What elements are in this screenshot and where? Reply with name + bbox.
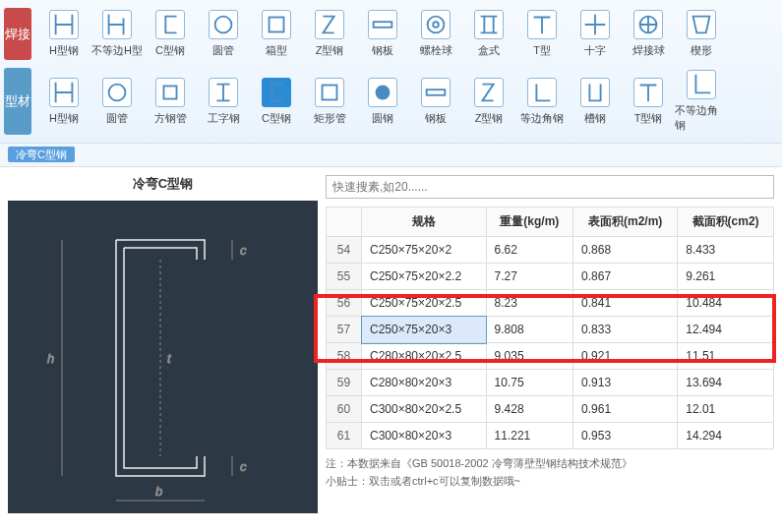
ribbon-item-r2-9[interactable]: 等边角钢: [515, 64, 569, 139]
cell-section: 12.494: [678, 317, 774, 343]
cell-spec[interactable]: C250×75×20×2.2: [362, 264, 487, 290]
cell-area: 0.913: [573, 370, 678, 396]
cell-weight: 6.62: [486, 237, 573, 264]
plate-icon: [421, 78, 451, 107]
ribbon-item-r1-1[interactable]: 不等边H型: [90, 4, 144, 64]
table-row[interactable]: 56 C250×75×20×2.5 8.23 0.841 10.484: [327, 290, 774, 317]
col-weight[interactable]: 重量(kg/m): [486, 207, 573, 237]
circle-icon: [209, 10, 238, 39]
col-area[interactable]: 表面积(m2/m): [573, 207, 678, 237]
cell-spec[interactable]: C280×80×20×2.5: [362, 343, 487, 370]
cell-area: 0.867: [573, 264, 678, 290]
ribbon-tab-weld[interactable]: 焊接: [4, 8, 31, 60]
ribbon-item-r2-11[interactable]: T型钢: [622, 64, 675, 139]
svg-point-3: [428, 17, 445, 33]
cell-section: 14.294: [678, 423, 774, 449]
search-input[interactable]: [326, 175, 774, 199]
cell-section: 11.51: [678, 343, 774, 370]
ribbon-item-r1-3[interactable]: 圆管: [197, 4, 250, 64]
ribbon-item-label: 工字钢: [208, 111, 240, 126]
ribbon-item-label: T型钢: [634, 111, 663, 126]
cell-spec[interactable]: C280×80×20×3: [362, 370, 487, 396]
row-number: 54: [327, 237, 362, 264]
table-row[interactable]: 58 C280×80×20×2.5 9.035 0.921 11.51: [327, 343, 774, 370]
ribbon-item-r2-6[interactable]: 圆钢: [356, 64, 409, 139]
cell-weight: 9.808: [486, 317, 573, 343]
ribbon-item-r2-10[interactable]: 槽钢: [569, 64, 622, 139]
rect-icon: [262, 10, 291, 39]
table-row[interactable]: 59 C280×80×20×3 10.75 0.913 13.694: [327, 370, 774, 396]
col-spec[interactable]: 规格: [362, 207, 487, 237]
ribbon-item-label: C型钢: [155, 43, 185, 58]
cell-area: 0.961: [573, 396, 678, 423]
ribbon-item-r1-12[interactable]: 楔形: [675, 4, 728, 64]
ribbon-item-r1-4[interactable]: 箱型: [250, 4, 303, 64]
ribbon-item-label: Z型钢: [316, 43, 344, 58]
ribbon-item-r2-1[interactable]: 圆管: [90, 64, 144, 139]
L-icon: [527, 78, 557, 107]
ribbon-item-label: 钢板: [372, 43, 393, 58]
H-icon: [49, 78, 79, 107]
data-table: 规格 重量(kg/m) 表面积(m2/m) 截面积(cm2) 54 C250×7…: [326, 207, 774, 449]
ribbon-item-label: 圆钢: [372, 111, 393, 126]
row-number: 57: [327, 317, 362, 343]
ribbon-item-label: H型钢: [49, 111, 79, 126]
row-number: 59: [327, 370, 362, 396]
sq-icon: [155, 78, 185, 107]
ribbon-item-r2-7[interactable]: 钢板: [409, 64, 462, 139]
cell-spec[interactable]: C300×80×20×2.5: [362, 396, 487, 423]
svg-text:b: b: [155, 484, 162, 499]
ribbon-item-r1-9[interactable]: T型: [515, 4, 569, 64]
cell-spec[interactable]: C250×75×20×3: [362, 317, 487, 343]
ribbon-item-r2-3[interactable]: 工字钢: [197, 64, 250, 139]
table-row[interactable]: 54 C250×75×20×2 6.62 0.868 8.433: [327, 237, 774, 264]
footer-notes: 注：本数据来自《GB 50018-2002 冷弯薄壁型钢结构技术规范》 小贴士：…: [326, 455, 774, 490]
col-section[interactable]: 截面积(cm2): [678, 207, 774, 237]
ribbon-item-r2-12[interactable]: 不等边角钢: [675, 64, 728, 139]
ribbon-item-label: 圆管: [106, 111, 128, 126]
ribbon-item-r1-8[interactable]: 盒式: [462, 4, 515, 64]
ribbon-item-r2-4[interactable]: C型钢: [250, 64, 303, 139]
circle-icon: [102, 78, 132, 107]
ribbon-item-r1-2[interactable]: C型钢: [144, 4, 197, 64]
row-number: 60: [327, 396, 362, 423]
ribbon-item-r1-6[interactable]: 钢板: [356, 4, 409, 64]
ribbon-item-label: 焊接球: [632, 43, 665, 58]
ribbon-item-r2-5[interactable]: 矩形管: [303, 64, 356, 139]
ribbon-item-label: 槽钢: [584, 111, 606, 126]
table-row[interactable]: 61 C300×80×20×3 11.221 0.953 14.294: [327, 423, 774, 449]
ribbon-item-r2-0[interactable]: H型钢: [37, 64, 90, 139]
svg-point-6: [109, 84, 126, 100]
svg-point-4: [433, 22, 439, 28]
C-icon: [262, 78, 291, 107]
cell-spec[interactable]: C250×75×20×2: [362, 237, 487, 264]
cell-area: 0.868: [573, 237, 678, 264]
cell-weight: 9.428: [486, 396, 573, 423]
ribbon-item-r1-5[interactable]: Z型钢: [303, 4, 356, 64]
table-row[interactable]: 57 C250×75×20×3 9.808 0.833 12.494: [327, 317, 774, 343]
ribbon-item-label: 不等边角钢: [675, 103, 728, 133]
ribbon-item-label: 箱型: [266, 43, 287, 58]
ribbon-item-r1-0[interactable]: H型钢: [37, 4, 90, 64]
cell-spec[interactable]: C300×80×20×3: [362, 423, 487, 449]
ribbon-item-r2-2[interactable]: 方钢管: [144, 64, 197, 139]
cell-area: 0.921: [573, 343, 678, 370]
row-number: 61: [327, 423, 362, 449]
table-row[interactable]: 60 C300×80×20×2.5 9.428 0.961 12.01: [327, 396, 774, 423]
cell-spec[interactable]: C250×75×20×2.5: [362, 290, 487, 317]
table-row[interactable]: 55 C250×75×20×2.2 7.27 0.867 9.261: [327, 264, 774, 290]
ribbon-item-r2-8[interactable]: Z型钢: [462, 64, 515, 139]
ribbon-item-r1-7[interactable]: 螺栓球: [409, 4, 462, 64]
cell-weight: 7.27: [486, 264, 573, 290]
cross-icon: [580, 10, 610, 39]
svg-rect-8: [323, 85, 337, 99]
footer-source: 注：本数据来自《GB 50018-2002 冷弯薄壁型钢结构技术规范》: [326, 455, 774, 473]
I-icon: [209, 78, 238, 107]
ribbon-item-label: 等边角钢: [520, 111, 564, 126]
ribbon-item-r1-10[interactable]: 十字: [569, 4, 622, 64]
breadcrumb-chip[interactable]: 冷弯C型钢: [8, 147, 75, 162]
ribbon-tab-profile[interactable]: 型材: [4, 68, 31, 135]
ribbon-item-r1-11[interactable]: 焊接球: [622, 4, 675, 64]
svg-text:c: c: [240, 459, 247, 474]
T-icon: [527, 10, 557, 39]
